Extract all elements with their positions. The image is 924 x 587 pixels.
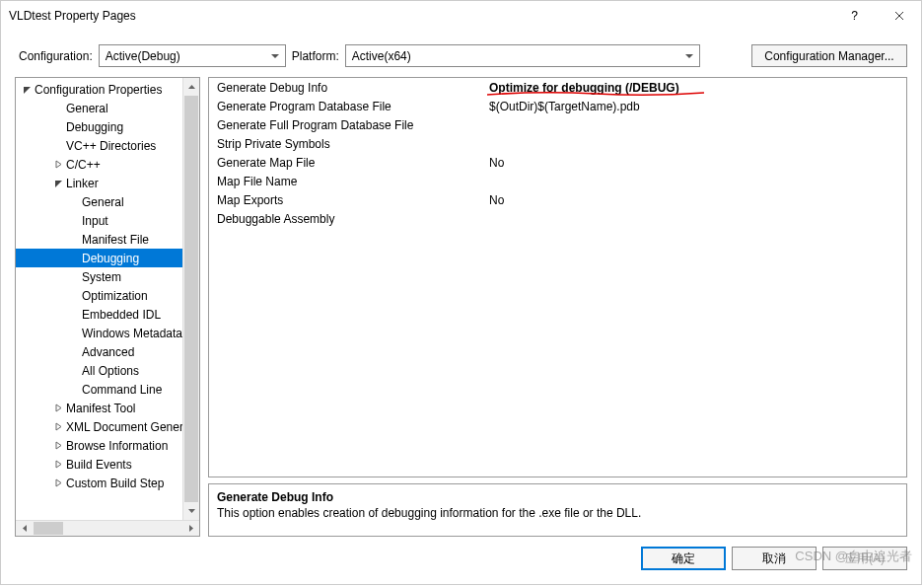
platform-combo[interactable]: Active(x64) [345, 44, 700, 67]
property-value[interactable]: No [485, 193, 906, 207]
chevron-right-icon[interactable] [53, 159, 64, 170]
tree-node[interactable]: VC++ Directories [16, 136, 182, 155]
tree-node[interactable]: XML Document Generator [16, 417, 182, 436]
description-text: This option enables creation of debuggin… [217, 506, 898, 520]
apply-button[interactable]: 应用(A) [822, 547, 907, 570]
configuration-value: Active(Debug) [106, 49, 180, 63]
tree-node[interactable]: Custom Build Step [16, 474, 182, 492]
property-row[interactable]: Generate Debug InfoOptimize for debuggin… [209, 78, 906, 97]
cancel-button[interactable]: 取消 [732, 547, 817, 570]
scroll-thumb[interactable] [34, 522, 63, 535]
titlebar: VLDtest Property Pages ? [1, 1, 921, 31]
tree-node[interactable]: Command Line [16, 380, 182, 399]
scroll-thumb[interactable] [184, 96, 198, 502]
chevron-right-icon[interactable] [53, 421, 64, 432]
scroll-down-icon[interactable] [183, 503, 199, 520]
tree-node[interactable]: Browse Information [16, 436, 182, 455]
tree-node[interactable]: General [16, 99, 182, 117]
tree-node-root[interactable]: Configuration Properties [16, 80, 182, 99]
tree-node[interactable]: General [16, 192, 182, 211]
platform-label: Platform: [292, 49, 339, 63]
property-key: Generate Program Database File [209, 100, 485, 113]
tree-node[interactable]: Advanced [16, 342, 182, 361]
chevron-right-icon[interactable] [53, 459, 64, 470]
property-key: Map File Name [209, 175, 485, 188]
platform-value: Active(x64) [352, 49, 411, 63]
property-key: Generate Full Program Database File [209, 118, 485, 132]
chevron-right-icon[interactable] [53, 403, 64, 413]
dialog-buttons: 确定 取消 应用(A) [1, 537, 921, 584]
property-row[interactable]: Debuggable Assembly [209, 209, 906, 228]
property-value[interactable]: $(OutDir)$(TargetName).pdb [485, 100, 906, 113]
tree-scrollbar-vertical[interactable] [182, 78, 199, 520]
chevron-down-icon[interactable] [53, 178, 64, 188]
tree-node[interactable]: Embedded IDL [16, 305, 182, 324]
chevron-down-icon[interactable] [22, 84, 33, 95]
highlight-underline [487, 91, 704, 97]
tree-node[interactable]: Debugging [16, 249, 182, 267]
tree-node[interactable]: Manifest Tool [16, 399, 182, 417]
tree-node[interactable]: Debugging [16, 117, 182, 136]
ok-button[interactable]: 确定 [641, 547, 726, 570]
help-button[interactable]: ? [832, 1, 877, 31]
property-row[interactable]: Generate Full Program Database File [209, 115, 906, 134]
property-key: Map Exports [209, 193, 485, 207]
description-panel: Generate Debug Info This option enables … [208, 483, 907, 537]
tree-node[interactable]: C/C++ [16, 155, 182, 174]
scroll-up-icon[interactable] [183, 78, 199, 95]
chevron-right-icon[interactable] [53, 440, 64, 451]
configuration-row: Configuration: Active(Debug) Platform: A… [1, 31, 921, 77]
tree-node[interactable]: Input [16, 211, 182, 230]
tree-panel: Configuration PropertiesGeneralDebugging… [15, 77, 200, 537]
scroll-left-icon[interactable] [16, 521, 33, 536]
tree-node[interactable]: All Options [16, 361, 182, 380]
description-title: Generate Debug Info [217, 490, 898, 504]
property-key: Debuggable Assembly [209, 212, 485, 226]
property-row[interactable]: Generate Program Database File$(OutDir)$… [209, 97, 906, 115]
property-row[interactable]: Map ExportsNo [209, 190, 906, 209]
tree-node[interactable]: Linker [16, 174, 182, 192]
tree-node[interactable]: Optimization [16, 286, 182, 305]
property-row[interactable]: Generate Map FileNo [209, 153, 906, 172]
property-value[interactable]: Optimize for debugging (/DEBUG) [485, 81, 906, 95]
tree-node[interactable]: System [16, 267, 182, 286]
tree-node[interactable]: Manifest File [16, 230, 182, 249]
property-row[interactable]: Strip Private Symbols [209, 134, 906, 153]
tree[interactable]: Configuration PropertiesGeneralDebugging… [16, 78, 182, 520]
window-title: VLDtest Property Pages [9, 9, 832, 23]
property-key: Generate Map File [209, 156, 485, 170]
property-key: Strip Private Symbols [209, 137, 485, 151]
tree-node[interactable]: Windows Metadata [16, 324, 182, 342]
configuration-combo[interactable]: Active(Debug) [99, 44, 286, 67]
property-grid[interactable]: Generate Debug InfoOptimize for debuggin… [208, 77, 907, 477]
property-key: Generate Debug Info [209, 81, 485, 95]
configuration-label: Configuration: [19, 49, 93, 63]
tree-node[interactable]: Build Events [16, 455, 182, 474]
scroll-right-icon[interactable] [182, 521, 199, 536]
property-value[interactable]: No [485, 156, 906, 170]
configuration-manager-button[interactable]: Configuration Manager... [751, 44, 907, 67]
chevron-right-icon[interactable] [53, 477, 64, 488]
tree-scrollbar-horizontal[interactable] [16, 520, 199, 536]
close-button[interactable] [877, 1, 921, 31]
property-row[interactable]: Map File Name [209, 172, 906, 190]
